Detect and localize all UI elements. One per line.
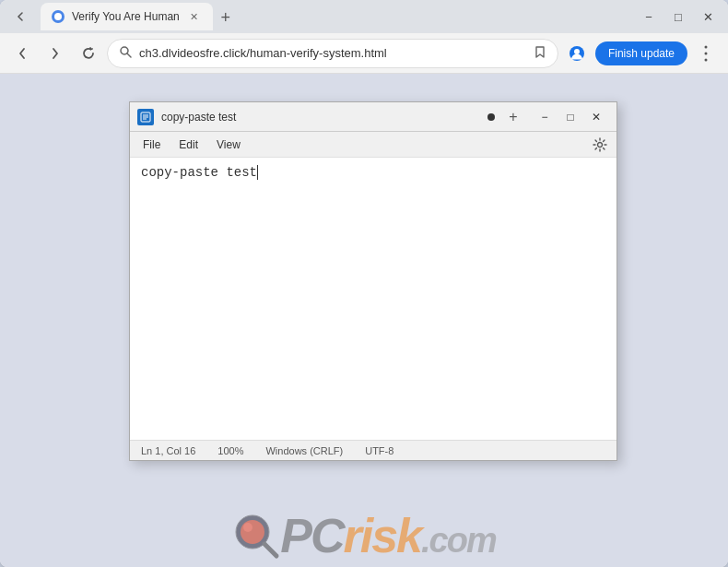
forward-button[interactable] [41,39,70,68]
svg-point-4 [574,49,580,54]
browser-window: Verify You Are Human ✕ + − □ ✕ [0,0,728,567]
notepad-app-icon [137,109,154,125]
watermark: PCrisk.com [0,512,728,560]
search-icon [119,45,132,61]
notepad-minimize-button[interactable]: − [532,104,558,130]
svg-point-13 [236,515,269,549]
menu-button[interactable] [691,39,721,68]
zoom-level: 100% [217,445,243,456]
tab-close-button[interactable]: ✕ [187,9,202,24]
new-tab-button[interactable]: + [213,5,239,30]
encoding: UTF-8 [365,445,393,456]
notepad-statusbar: Ln 1, Col 16 100% Windows (CRLF) UTF-8 [130,440,616,460]
pcrisk-logo: PCrisk.com [232,512,495,560]
notepad-menu-edit[interactable]: Edit [170,135,207,155]
address-bar[interactable]: ch3.dlvideosfre.click/human-verify-syste… [107,39,558,68]
notepad-maximize-button[interactable]: □ [558,104,583,130]
notepad-menu-bar: File Edit View [130,132,616,158]
tab-bar: Verify You Are Human ✕ + [37,3,239,30]
close-button[interactable]: ✕ [695,4,721,30]
profile-button[interactable] [562,39,592,68]
toolbar-right: Finish update [562,39,721,68]
active-tab[interactable]: Verify You Are Human ✕ [41,3,213,30]
window-controls: − □ ✕ [636,4,721,30]
notepad-window-controls: − □ ✕ [532,104,609,130]
back-button[interactable] [7,39,37,68]
nav-bar: ch3.dlvideosfre.click/human-verify-syste… [0,33,728,74]
content-area: copy-paste test + − □ ✕ File Edit View [0,74,728,567]
notepad-menu-view[interactable]: View [207,135,250,155]
maximize-button[interactable]: □ [665,4,691,30]
finish-update-button[interactable]: Finish update [595,41,687,65]
svg-line-16 [264,544,276,556]
notepad-titlebar: copy-paste test + − □ ✕ [130,102,616,132]
svg-point-0 [54,13,62,20]
url-display: ch3.dlvideosfre.click/human-verify-syste… [139,46,526,60]
tab-favicon [52,10,65,23]
refresh-button[interactable] [74,39,103,68]
bookmark-icon [534,45,546,61]
svg-point-12 [598,142,603,147]
svg-point-5 [705,45,708,48]
pcrisk-text: PCrisk.com [280,512,495,560]
notepad-new-tab-button[interactable]: + [502,106,524,128]
title-bar: Verify You Are Human ✕ + − □ ✕ [0,0,728,33]
notepad-window: copy-paste test + − □ ✕ File Edit View [129,101,617,461]
text-cursor [257,165,258,180]
notepad-settings-button[interactable] [587,132,613,158]
svg-point-14 [241,520,264,544]
minimize-button[interactable]: − [636,4,662,30]
notepad-unsaved-indicator [487,113,495,121]
svg-point-7 [705,58,708,61]
notepad-title: copy-paste test [161,111,480,124]
tab-strip: Verify You Are Human ✕ + [7,3,239,30]
browser-back-button[interactable] [7,4,33,30]
svg-line-2 [127,53,131,57]
line-ending: Windows (CRLF) [265,445,343,456]
notepad-editor[interactable]: copy-paste test [130,158,616,440]
svg-point-6 [705,52,708,54]
pcrisk-magnifier-icon [232,512,280,560]
editor-content: copy-paste test [141,165,258,180]
tab-title: Verify You Are Human [72,10,180,23]
svg-point-15 [243,523,252,532]
cursor-position: Ln 1, Col 16 [141,445,195,456]
notepad-close-button[interactable]: ✕ [583,104,609,130]
notepad-menu-file[interactable]: File [134,135,170,155]
